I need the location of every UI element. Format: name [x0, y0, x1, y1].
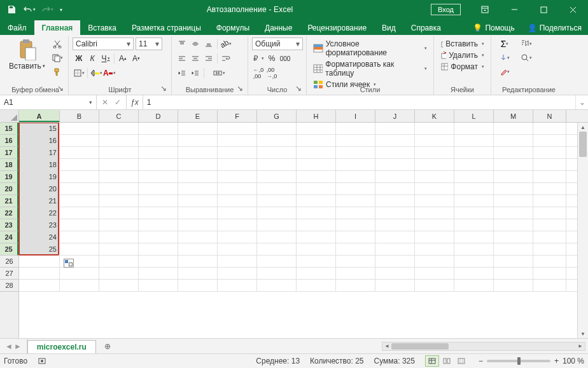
column-header-A[interactable]: A — [19, 110, 60, 122]
cell[interactable] — [297, 147, 336, 158]
cell[interactable] — [99, 171, 139, 182]
cell[interactable] — [257, 159, 297, 170]
clear-button[interactable]: ▾ — [495, 65, 514, 78]
zoom-in-icon[interactable]: + — [554, 357, 559, 365]
column-header-L[interactable]: L — [454, 110, 494, 122]
cell[interactable] — [297, 207, 336, 219]
cell[interactable] — [139, 171, 178, 182]
cell[interactable] — [218, 231, 257, 243]
cell[interactable] — [60, 171, 99, 182]
cell[interactable] — [415, 171, 454, 182]
cell[interactable] — [257, 123, 297, 134]
cancel-formula-icon[interactable]: ✕ — [102, 98, 108, 107]
cell[interactable] — [336, 243, 375, 255]
align-right-icon[interactable] — [202, 52, 215, 65]
zoom-value[interactable]: 100 % — [563, 357, 584, 365]
cell[interactable] — [415, 147, 454, 158]
row-header-15[interactable]: 15 — [0, 123, 18, 135]
decrease-font-icon[interactable]: A▾ — [130, 52, 143, 65]
row-header-19[interactable]: 19 — [0, 171, 18, 183]
cell[interactable] — [178, 219, 218, 231]
scroll-down-icon[interactable]: ▼ — [578, 329, 588, 338]
fill-button[interactable]: ▾ — [495, 51, 514, 64]
cell[interactable] — [375, 231, 415, 243]
decrease-decimal-icon[interactable]: ,00→,0 — [265, 67, 278, 79]
cell[interactable] — [60, 219, 99, 231]
tab-layout[interactable]: Разметка страницы — [124, 20, 209, 35]
cell[interactable] — [336, 147, 375, 158]
borders-button[interactable]: ▾ — [73, 67, 85, 79]
align-left-icon[interactable] — [176, 52, 188, 65]
cell[interactable] — [533, 256, 566, 267]
column-header-H[interactable]: H — [297, 110, 336, 122]
align-top-icon[interactable] — [176, 37, 188, 50]
cell[interactable] — [297, 159, 336, 170]
normal-view-icon[interactable] — [425, 355, 439, 367]
cut-icon[interactable] — [50, 37, 64, 50]
tab-review[interactable]: Рецензирование — [300, 20, 374, 35]
autofill-options-icon[interactable] — [64, 259, 74, 268]
orientation-icon[interactable]: ab▾ — [220, 37, 232, 50]
cell[interactable] — [336, 183, 375, 194]
cell[interactable] — [178, 268, 218, 279]
column-header-D[interactable]: D — [139, 110, 178, 122]
column-header-E[interactable]: E — [178, 110, 218, 122]
cell[interactable] — [494, 243, 533, 255]
cell[interactable]: 21 — [19, 195, 60, 207]
cell[interactable] — [336, 256, 375, 267]
cell[interactable] — [415, 256, 454, 267]
number-format-combo[interactable]: Общий▾ — [252, 37, 303, 50]
cell[interactable] — [218, 243, 257, 255]
cell[interactable] — [139, 123, 178, 134]
cell[interactable] — [178, 159, 218, 170]
cell[interactable] — [99, 195, 139, 207]
cell[interactable] — [257, 280, 297, 291]
cell[interactable] — [257, 231, 297, 243]
align-bottom-icon[interactable] — [202, 37, 215, 50]
next-sheet-icon[interactable]: ► — [14, 342, 22, 351]
font-size-combo[interactable]: 11▾ — [136, 37, 162, 50]
cell[interactable] — [533, 171, 566, 182]
cell[interactable] — [494, 195, 533, 207]
row-header-27[interactable]: 27 — [0, 268, 18, 280]
cell[interactable] — [533, 147, 566, 158]
cell[interactable] — [99, 207, 139, 219]
cell[interactable] — [533, 280, 566, 291]
cell[interactable] — [494, 268, 533, 279]
zoom-out-icon[interactable]: − — [479, 357, 483, 365]
column-header-J[interactable]: J — [375, 110, 415, 122]
cell[interactable] — [218, 207, 257, 219]
cell[interactable] — [375, 147, 415, 158]
cell[interactable] — [19, 256, 60, 267]
cell[interactable] — [99, 231, 139, 243]
italic-button[interactable]: К — [86, 52, 99, 65]
cell[interactable] — [99, 135, 139, 146]
cell[interactable] — [415, 195, 454, 207]
align-middle-icon[interactable] — [189, 37, 202, 50]
cell[interactable] — [257, 135, 297, 146]
cell[interactable] — [494, 256, 533, 267]
cell[interactable] — [218, 268, 257, 279]
cell[interactable] — [257, 171, 297, 182]
cell[interactable] — [60, 123, 99, 134]
cell[interactable] — [99, 256, 139, 267]
font-color-button[interactable]: A▾ — [103, 67, 116, 79]
new-sheet-button[interactable]: ⊕ — [100, 339, 115, 353]
tab-file[interactable]: Файл — [0, 20, 34, 35]
cell[interactable] — [257, 243, 297, 255]
cell[interactable] — [415, 123, 454, 134]
sheet-nav[interactable]: ◄► — [0, 339, 27, 353]
vertical-scrollbar[interactable]: ▲ ▼ — [577, 123, 588, 338]
column-header-B[interactable]: B — [60, 110, 99, 122]
merge-button[interactable]: ▾ — [206, 67, 232, 79]
cell[interactable] — [336, 231, 375, 243]
cell[interactable] — [336, 171, 375, 182]
column-header-M[interactable]: M — [494, 110, 533, 122]
cell[interactable] — [297, 135, 336, 146]
cell[interactable] — [494, 171, 533, 182]
cell[interactable] — [178, 243, 218, 255]
cell[interactable] — [99, 159, 139, 170]
cell[interactable] — [139, 268, 178, 279]
cell[interactable] — [139, 135, 178, 146]
save-icon[interactable] — [4, 2, 19, 17]
